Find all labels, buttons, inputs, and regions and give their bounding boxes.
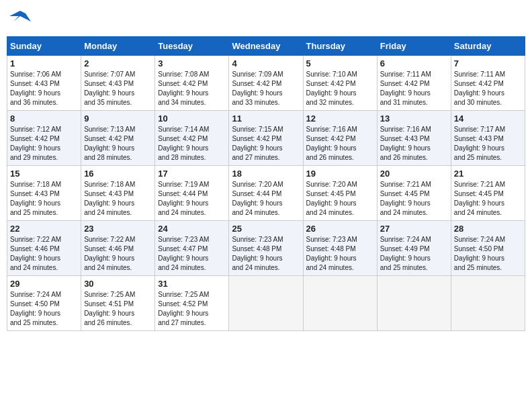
day-info: Sunrise: 7:16 AM Sunset: 4:42 PM Dayligh… [306, 125, 374, 163]
day-info: Sunrise: 7:19 AM Sunset: 4:44 PM Dayligh… [158, 180, 226, 218]
calendar-cell: 19Sunrise: 7:20 AM Sunset: 4:45 PM Dayli… [303, 166, 377, 221]
day-info: Sunrise: 7:12 AM Sunset: 4:42 PM Dayligh… [10, 125, 78, 163]
weekday-header: Monday [81, 37, 155, 56]
calendar-cell: 12Sunrise: 7:16 AM Sunset: 4:42 PM Dayli… [303, 111, 377, 166]
day-number: 29 [10, 279, 78, 289]
calendar-cell [303, 276, 377, 331]
day-number: 19 [306, 169, 374, 179]
day-info: Sunrise: 7:18 AM Sunset: 4:43 PM Dayligh… [84, 180, 152, 218]
day-number: 7 [454, 58, 522, 68]
day-info: Sunrise: 7:24 AM Sunset: 4:49 PM Dayligh… [380, 235, 448, 273]
calendar-cell [229, 276, 303, 331]
day-number: 12 [306, 113, 374, 124]
day-info: Sunrise: 7:23 AM Sunset: 4:48 PM Dayligh… [232, 235, 300, 273]
calendar-cell: 6Sunrise: 7:11 AM Sunset: 4:42 PM Daylig… [377, 56, 451, 111]
calendar-cell: 27Sunrise: 7:24 AM Sunset: 4:49 PM Dayli… [377, 221, 451, 276]
day-number: 8 [10, 113, 78, 124]
day-number: 16 [84, 169, 152, 179]
calendar-week-row: 15Sunrise: 7:18 AM Sunset: 4:43 PM Dayli… [7, 166, 525, 221]
calendar-week-row: 22Sunrise: 7:22 AM Sunset: 4:46 PM Dayli… [7, 221, 525, 276]
calendar-cell: 2Sunrise: 7:07 AM Sunset: 4:43 PM Daylig… [81, 56, 155, 111]
calendar-cell: 13Sunrise: 7:16 AM Sunset: 4:43 PM Dayli… [377, 111, 451, 166]
day-number: 31 [158, 279, 226, 289]
calendar-cell [451, 276, 525, 331]
weekday-header: Wednesday [229, 37, 303, 56]
calendar-cell: 23Sunrise: 7:22 AM Sunset: 4:46 PM Dayli… [81, 221, 155, 276]
weekday-header: Saturday [451, 37, 525, 56]
day-info: Sunrise: 7:14 AM Sunset: 4:42 PM Dayligh… [158, 125, 226, 163]
calendar-cell: 15Sunrise: 7:18 AM Sunset: 4:43 PM Dayli… [7, 166, 81, 221]
calendar-cell: 10Sunrise: 7:14 AM Sunset: 4:42 PM Dayli… [155, 111, 229, 166]
day-number: 24 [158, 224, 226, 234]
calendar-week-row: 8Sunrise: 7:12 AM Sunset: 4:42 PM Daylig… [7, 111, 525, 166]
day-info: Sunrise: 7:07 AM Sunset: 4:43 PM Dayligh… [84, 70, 152, 107]
calendar-cell: 21Sunrise: 7:21 AM Sunset: 4:45 PM Dayli… [451, 166, 525, 221]
day-info: Sunrise: 7:22 AM Sunset: 4:46 PM Dayligh… [10, 235, 78, 273]
day-number: 25 [232, 224, 300, 234]
day-number: 6 [380, 58, 448, 68]
calendar-cell: 16Sunrise: 7:18 AM Sunset: 4:43 PM Dayli… [81, 166, 155, 221]
day-number: 18 [232, 169, 300, 179]
calendar-cell: 22Sunrise: 7:22 AM Sunset: 4:46 PM Dayli… [7, 221, 81, 276]
day-info: Sunrise: 7:24 AM Sunset: 4:50 PM Dayligh… [454, 235, 522, 273]
weekday-header: Friday [377, 37, 451, 56]
day-info: Sunrise: 7:08 AM Sunset: 4:42 PM Dayligh… [158, 70, 226, 107]
calendar-cell: 8Sunrise: 7:12 AM Sunset: 4:42 PM Daylig… [7, 111, 81, 166]
day-info: Sunrise: 7:16 AM Sunset: 4:43 PM Dayligh… [380, 125, 448, 163]
calendar-cell: 9Sunrise: 7:13 AM Sunset: 4:42 PM Daylig… [81, 111, 155, 166]
calendar-cell: 17Sunrise: 7:19 AM Sunset: 4:44 PM Dayli… [155, 166, 229, 221]
day-number: 27 [380, 224, 448, 234]
day-info: Sunrise: 7:06 AM Sunset: 4:43 PM Dayligh… [10, 70, 78, 107]
day-number: 26 [306, 224, 374, 234]
day-info: Sunrise: 7:17 AM Sunset: 4:43 PM Dayligh… [454, 125, 522, 163]
calendar-cell: 5Sunrise: 7:10 AM Sunset: 4:42 PM Daylig… [303, 56, 377, 111]
day-info: Sunrise: 7:13 AM Sunset: 4:42 PM Dayligh… [84, 125, 152, 163]
calendar-cell: 30Sunrise: 7:25 AM Sunset: 4:51 PM Dayli… [81, 276, 155, 331]
day-info: Sunrise: 7:09 AM Sunset: 4:42 PM Dayligh… [232, 70, 300, 107]
day-number: 21 [454, 169, 522, 179]
calendar-cell: 31Sunrise: 7:25 AM Sunset: 4:52 PM Dayli… [155, 276, 229, 331]
day-info: Sunrise: 7:21 AM Sunset: 4:45 PM Dayligh… [454, 180, 522, 218]
day-info: Sunrise: 7:23 AM Sunset: 4:47 PM Dayligh… [158, 235, 226, 273]
day-number: 9 [84, 113, 152, 124]
day-number: 20 [380, 169, 448, 179]
day-info: Sunrise: 7:23 AM Sunset: 4:48 PM Dayligh… [306, 235, 374, 273]
calendar-cell: 20Sunrise: 7:21 AM Sunset: 4:45 PM Dayli… [377, 166, 451, 221]
calendar-table: SundayMondayTuesdayWednesdayThursdayFrid… [7, 36, 525, 331]
day-info: Sunrise: 7:25 AM Sunset: 4:52 PM Dayligh… [158, 290, 226, 328]
day-number: 22 [10, 224, 78, 234]
calendar-cell: 3Sunrise: 7:08 AM Sunset: 4:42 PM Daylig… [155, 56, 229, 111]
calendar-cell: 4Sunrise: 7:09 AM Sunset: 4:42 PM Daylig… [229, 56, 303, 111]
day-info: Sunrise: 7:10 AM Sunset: 4:42 PM Dayligh… [306, 70, 374, 107]
day-info: Sunrise: 7:11 AM Sunset: 4:42 PM Dayligh… [454, 70, 522, 107]
calendar-cell: 18Sunrise: 7:20 AM Sunset: 4:44 PM Dayli… [229, 166, 303, 221]
day-number: 15 [10, 169, 78, 179]
calendar-cell: 26Sunrise: 7:23 AM Sunset: 4:48 PM Dayli… [303, 221, 377, 276]
day-info: Sunrise: 7:25 AM Sunset: 4:51 PM Dayligh… [84, 290, 152, 328]
calendar-cell: 11Sunrise: 7:15 AM Sunset: 4:42 PM Dayli… [229, 111, 303, 166]
calendar-cell: 25Sunrise: 7:23 AM Sunset: 4:48 PM Dayli… [229, 221, 303, 276]
day-number: 3 [158, 58, 226, 68]
day-number: 4 [232, 58, 300, 68]
day-info: Sunrise: 7:22 AM Sunset: 4:46 PM Dayligh… [84, 235, 152, 273]
day-info: Sunrise: 7:20 AM Sunset: 4:44 PM Dayligh… [232, 180, 300, 218]
day-number: 1 [10, 58, 78, 68]
day-number: 17 [158, 169, 226, 179]
calendar-week-row: 29Sunrise: 7:24 AM Sunset: 4:50 PM Dayli… [7, 276, 525, 331]
day-info: Sunrise: 7:15 AM Sunset: 4:42 PM Dayligh… [232, 125, 300, 163]
calendar-cell: 1Sunrise: 7:06 AM Sunset: 4:43 PM Daylig… [7, 56, 81, 111]
calendar-cell [377, 276, 451, 331]
day-number: 30 [84, 279, 152, 289]
weekday-header: Tuesday [155, 37, 229, 56]
calendar-cell: 29Sunrise: 7:24 AM Sunset: 4:50 PM Dayli… [7, 276, 81, 331]
day-number: 10 [158, 113, 226, 124]
calendar-week-row: 1Sunrise: 7:06 AM Sunset: 4:43 PM Daylig… [7, 56, 525, 111]
weekday-header: Sunday [7, 37, 81, 56]
day-number: 14 [454, 113, 522, 124]
weekday-header: Thursday [303, 37, 377, 56]
day-info: Sunrise: 7:24 AM Sunset: 4:50 PM Dayligh… [10, 290, 78, 328]
day-number: 23 [84, 224, 152, 234]
day-number: 5 [306, 58, 374, 68]
logo [7, 7, 35, 32]
calendar-cell: 14Sunrise: 7:17 AM Sunset: 4:43 PM Dayli… [451, 111, 525, 166]
